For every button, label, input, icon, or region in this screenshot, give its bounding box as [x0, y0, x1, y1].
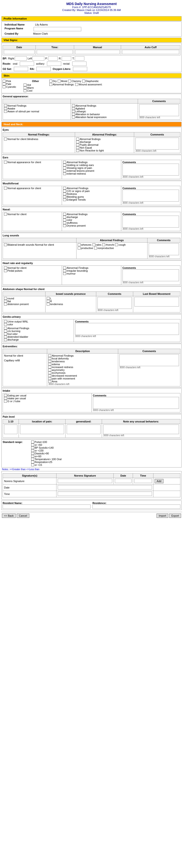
- sr-pulse100-cb[interactable]: [31, 440, 34, 443]
- sig-time-cell[interactable]: [133, 478, 153, 485]
- lung-nonproductive-cb[interactable]: [94, 247, 97, 249]
- intake-g-j-tube-cb[interactable]: [4, 400, 7, 403]
- pain-location-cell[interactable]: [19, 424, 66, 438]
- nasal-stuffiness-cb[interactable]: [63, 221, 66, 224]
- ext-ecchymosis-cb[interactable]: [48, 371, 51, 374]
- pale-checkbox[interactable]: [3, 83, 5, 85]
- r-input[interactable]: [62, 56, 71, 61]
- ga-comments-input[interactable]: [139, 104, 179, 116]
- nasal-dryness-cb[interactable]: [63, 224, 66, 227]
- cool-checkbox[interactable]: [24, 89, 27, 92]
- sig-time-input[interactable]: [134, 479, 152, 483]
- gu-abnormal-cb[interactable]: [4, 327, 7, 330]
- nasal-color-cb[interactable]: [63, 218, 66, 221]
- eyes-normal-client-cb[interactable]: [4, 137, 7, 141]
- lung-productive-cb[interactable]: [78, 247, 80, 249]
- pain-generalized-input[interactable]: [67, 425, 101, 434]
- gu-burning-cb[interactable]: [4, 330, 7, 333]
- lung-rales-cb[interactable]: [93, 243, 95, 246]
- sr-diastolic90-cb[interactable]: [31, 452, 34, 455]
- pain-generalized-cell[interactable]: [65, 424, 102, 438]
- mouth-enlarged-tonsils-cb[interactable]: [63, 198, 66, 201]
- ears-external-redness-cb[interactable]: [63, 172, 66, 175]
- ears-comments-input[interactable]: [122, 164, 179, 176]
- ext-abnormal-cb[interactable]: [48, 354, 51, 357]
- sig-nurses-cell[interactable]: [57, 478, 114, 485]
- ga-aware-cb[interactable]: [4, 110, 7, 113]
- eyes-comments-input[interactable]: [135, 137, 179, 150]
- abdomen-lbm-input[interactable]: [135, 297, 179, 307]
- p-input[interactable]: [48, 56, 58, 61]
- nurses-sig-input[interactable]: [58, 479, 112, 483]
- heart-comments-input[interactable]: [122, 269, 179, 281]
- ga-normal-findings-cb[interactable]: [4, 104, 7, 107]
- diaphoretic-checkbox[interactable]: [82, 80, 85, 83]
- vitals-date-cell[interactable]: [3, 50, 36, 55]
- export-button[interactable]: Export: [169, 514, 181, 518]
- skin-wound-checkbox[interactable]: [75, 83, 78, 86]
- ga-awake-cb[interactable]: [4, 107, 7, 110]
- sr-resp25-cb[interactable]: [31, 461, 34, 463]
- intake-comments-input[interactable]: [93, 397, 179, 409]
- sr-bp140-cb[interactable]: [31, 446, 34, 449]
- heart-pedal-cb[interactable]: [4, 269, 7, 272]
- heart-abnormal-cb[interactable]: [63, 267, 66, 269]
- nasal-abnormal-cb[interactable]: [63, 213, 66, 216]
- cyanotic-checkbox[interactable]: [3, 85, 5, 88]
- back-button[interactable]: << Back: [2, 514, 16, 518]
- eyes-discharge-cb[interactable]: [76, 141, 79, 143]
- sr-temp100-cb[interactable]: [31, 458, 34, 461]
- bp-right-input[interactable]: [15, 56, 27, 61]
- dry-checkbox[interactable]: [49, 80, 52, 83]
- gu-distended-bladder-cb[interactable]: [4, 335, 7, 338]
- mouth-bleeding-gums-cb[interactable]: [63, 195, 66, 198]
- abdomen-lbm-cell[interactable]: [133, 296, 180, 312]
- o2-input[interactable]: [14, 67, 28, 71]
- axillary-input[interactable]: [47, 62, 61, 66]
- ga-altfacial-cb[interactable]: [72, 116, 75, 119]
- ext-increased-redness-cb[interactable]: [48, 366, 51, 369]
- lung-cough-cb[interactable]: [115, 243, 118, 246]
- pain-110-input[interactable]: [4, 425, 17, 434]
- mouth-comments-input[interactable]: [122, 190, 179, 202]
- skin-abnormal-checkbox[interactable]: [49, 83, 52, 86]
- rectal-input[interactable]: [72, 62, 86, 66]
- sig-time-input-cell[interactable]: [57, 491, 153, 497]
- warm-checkbox[interactable]: [24, 86, 27, 89]
- heart-murmur-cb[interactable]: [63, 272, 66, 275]
- mouth-abnormal-cb[interactable]: [63, 187, 66, 190]
- abdomen-L-cb[interactable]: [47, 297, 49, 300]
- ears-external-lesions-cb[interactable]: [63, 169, 66, 172]
- nasal-discharge-cb[interactable]: [63, 216, 66, 218]
- mouth-redness-cb[interactable]: [63, 192, 66, 195]
- abdomen-R-cb[interactable]: [47, 300, 49, 303]
- sig-date-input[interactable]: [115, 479, 132, 483]
- bp-left-input[interactable]: [32, 56, 44, 61]
- ext-decreased-movement-cb[interactable]: [48, 374, 51, 377]
- resident-name-input[interactable]: [3, 504, 90, 509]
- gu-urine-output-cb[interactable]: [4, 320, 7, 323]
- gu-color-cb[interactable]: [4, 323, 7, 326]
- ra-input[interactable]: [36, 67, 51, 71]
- vitals-autocuff-cell[interactable]: [121, 50, 180, 55]
- ga-lethargic-cb[interactable]: [72, 110, 75, 113]
- lung-rhonchi-cb[interactable]: [102, 243, 105, 246]
- sr-bp100-cb[interactable]: [31, 449, 34, 452]
- abdomen-distension-cb[interactable]: [4, 303, 7, 306]
- residence-input[interactable]: [93, 504, 180, 509]
- gu-foul-odor-cb[interactable]: [4, 333, 7, 335]
- ext-area-cb[interactable]: [48, 380, 51, 383]
- eyes-pupil-abnormal-cb[interactable]: [76, 143, 79, 146]
- ears-normal-cb[interactable]: [4, 161, 7, 164]
- clammy-checkbox[interactable]: [68, 80, 71, 83]
- gu-discharge-cb[interactable]: [4, 338, 7, 341]
- abdomen-flat-cb[interactable]: [4, 300, 7, 303]
- ext-pain-movement-cb[interactable]: [48, 377, 51, 380]
- intake-intake-usual-cb[interactable]: [4, 397, 7, 400]
- ga-altbehavior-cb[interactable]: [72, 113, 75, 116]
- ext-focal-deformity-cb[interactable]: [48, 357, 51, 360]
- sr-resp15-cb[interactable]: [31, 463, 34, 466]
- abdomen-tenderness-cb[interactable]: [47, 303, 49, 306]
- moist-checkbox[interactable]: [58, 80, 61, 83]
- mouth-co-pain-cb[interactable]: [63, 190, 66, 192]
